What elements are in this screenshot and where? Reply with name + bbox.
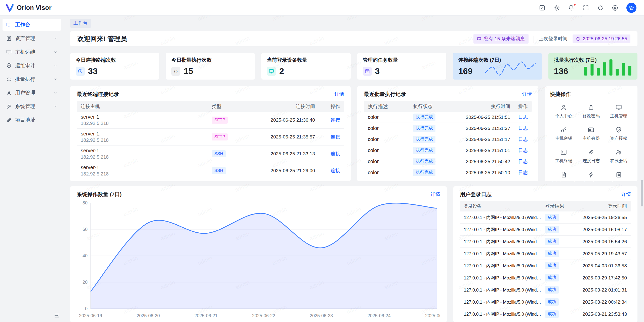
sidebar-item-system-management[interactable]: 系统管理 bbox=[3, 100, 61, 112]
batch-trend-bars bbox=[583, 57, 633, 77]
connect-link[interactable]: 连接 bbox=[331, 151, 340, 156]
login-result-tag: 成功 bbox=[545, 250, 559, 257]
login-log-row: 127.0.0.1 - 内网IP - Mozilla/5.0 (Windows … bbox=[460, 308, 631, 320]
execution-time: 2025-06-25 21:51:37 bbox=[451, 126, 510, 131]
quick-action-host-identity[interactable]: 主机身份 bbox=[577, 123, 605, 145]
svg-text:2025-06-24: 2025-06-24 bbox=[368, 313, 391, 318]
last-login-label: 上次登录时间 bbox=[539, 35, 568, 42]
bolt-icon bbox=[588, 171, 594, 178]
logo-icon bbox=[6, 4, 14, 12]
quick-action-command-execution[interactable]: 命令执行 bbox=[577, 167, 605, 181]
stat-value: 3 bbox=[375, 66, 380, 76]
system-ops-detail-link[interactable]: 详情 bbox=[431, 191, 440, 198]
log-link[interactable]: 日志 bbox=[518, 115, 528, 120]
monitor-icon bbox=[6, 22, 12, 28]
watermark-text: admin bbox=[64, 157, 64, 169]
notifications-bell-icon[interactable] bbox=[568, 5, 575, 11]
execution-status-tag: 执行完成 bbox=[413, 147, 435, 154]
quick-action-label: 个人中心 bbox=[555, 113, 572, 119]
last-login-time-text: 2025-06-25 19:26:55 bbox=[583, 36, 627, 42]
execution-time: 2025-06-25 21:50:42 bbox=[451, 159, 510, 164]
sidebar: 工作台资产管理主机运维运维审计批量执行用户管理系统管理项目地址 bbox=[0, 16, 64, 322]
connect-link[interactable]: 连接 bbox=[331, 168, 340, 173]
quick-action-host-terminal[interactable]: 主机终端 bbox=[550, 145, 577, 167]
divider bbox=[534, 36, 534, 42]
stat-card-managed-tasks: 管理的任务数量3 bbox=[357, 53, 446, 80]
login-log-row: 127.0.0.1 - 内网IP - Mozilla/5.0 (Windows … bbox=[460, 296, 631, 308]
sidebar-collapse-button[interactable] bbox=[54, 313, 60, 318]
connect-link[interactable]: 连接 bbox=[331, 117, 340, 123]
column-header: 登录设备 bbox=[464, 203, 545, 209]
file-icon bbox=[560, 171, 567, 178]
log-link[interactable]: 日志 bbox=[518, 137, 528, 142]
quick-action-label: 主机身份 bbox=[583, 135, 600, 141]
theme-brightness-icon[interactable] bbox=[553, 5, 560, 11]
connect-time: 2025-06-25 21:35:57 bbox=[245, 134, 315, 140]
sidebar-item-workbench[interactable]: 工作台 bbox=[3, 19, 61, 31]
user-avatar[interactable]: 管 bbox=[626, 3, 636, 13]
sidebar-item-host-operations[interactable]: 主机运维 bbox=[3, 46, 61, 58]
quick-action-host-keys[interactable]: 主机密钥 bbox=[550, 123, 577, 145]
stat-label: 今日批量执行次数 bbox=[171, 57, 249, 63]
quick-action-label: 主机管理 bbox=[610, 113, 627, 119]
settings-gear-icon[interactable] bbox=[612, 5, 618, 11]
login-time: 2025-06-25 19:26:55 bbox=[573, 215, 627, 220]
shield-icon bbox=[6, 63, 12, 68]
stat-label: 管理的任务数量 bbox=[363, 57, 441, 63]
batch-table-body: color执行完成2025-06-25 21:51:51日志color执行完成2… bbox=[364, 112, 532, 178]
terminal-records-card: 最近终端连接记录 详情 连接主机类型连接时间操作 server-1182.92.… bbox=[70, 86, 351, 181]
logo[interactable]: Orion Visor bbox=[6, 4, 52, 12]
stat-card-batch-executions-7d: 批量执行次数 (7日)136 bbox=[548, 53, 637, 80]
welcome-meta: 您有 15 条未读消息 上次登录时间 2025-06-25 19:26:55 bbox=[473, 34, 630, 44]
svg-text:{ }: { } bbox=[174, 69, 178, 73]
quick-action-label: 连接日志 bbox=[583, 158, 600, 164]
quick-action-connection-logs[interactable]: 连接日志 bbox=[577, 145, 605, 167]
monitor-icon bbox=[615, 104, 622, 111]
sidebar-item-user-management[interactable]: 用户管理 bbox=[3, 87, 61, 99]
quick-action-label: 主机密钥 bbox=[555, 135, 572, 141]
quick-action-profile[interactable]: 个人中心 bbox=[550, 100, 577, 123]
stat-value: 169 bbox=[458, 66, 473, 76]
watermark-text: admin bbox=[64, 304, 64, 315]
login-logs-detail-link[interactable]: 详情 bbox=[621, 191, 631, 198]
quick-action-label: 修改密码 bbox=[583, 113, 600, 119]
quick-action-asset-authorization[interactable]: 资产授权 bbox=[605, 123, 632, 145]
quick-action-file-operation-logs[interactable]: 文件操作日志 bbox=[550, 167, 577, 181]
batch-records-detail-link[interactable]: 详情 bbox=[522, 91, 532, 97]
quick-action-change-password[interactable]: 修改密码 bbox=[577, 100, 605, 123]
quick-action-execution-logs[interactable]: 执行日志 bbox=[605, 167, 632, 181]
log-link[interactable]: 日志 bbox=[518, 126, 528, 131]
execution-status-tag: 执行完成 bbox=[413, 169, 435, 176]
sidebar-item-project-link[interactable]: 项目地址 bbox=[3, 114, 61, 126]
svg-text:40: 40 bbox=[83, 253, 88, 258]
link-icon bbox=[588, 149, 594, 156]
terminal-records-detail-link[interactable]: 详情 bbox=[335, 91, 344, 97]
svg-text:20: 20 bbox=[83, 280, 88, 285]
breadcrumb-item-workbench[interactable]: 工作台 bbox=[70, 19, 91, 28]
batch-record-row: color执行完成2025-06-25 21:51:17日志 bbox=[364, 134, 532, 145]
svg-text:2025-06-22: 2025-06-22 bbox=[252, 313, 275, 318]
todo-check-icon[interactable] bbox=[539, 5, 545, 11]
sidebar-item-batch-execution[interactable]: 批量执行 bbox=[3, 73, 61, 85]
quick-action-online-sessions[interactable]: 在线会话 bbox=[605, 145, 632, 167]
sidebar-item-asset-management[interactable]: 资产管理 bbox=[3, 32, 61, 44]
fullscreen-icon[interactable] bbox=[583, 5, 589, 11]
refresh-icon[interactable] bbox=[597, 5, 604, 11]
quick-action-host-management[interactable]: 主机管理 bbox=[605, 100, 632, 123]
login-result-tag: 成功 bbox=[545, 226, 559, 233]
stat-value-row: 3 bbox=[363, 66, 441, 76]
login-result-tag: 成功 bbox=[545, 310, 559, 317]
log-link[interactable]: 日志 bbox=[518, 148, 528, 153]
host-ip: 182.92.5.218 bbox=[81, 171, 212, 177]
scrollbar-thumb[interactable] bbox=[641, 180, 643, 206]
unread-messages-tag[interactable]: 您有 15 条未读消息 bbox=[473, 34, 529, 44]
sidebar-item-ops-audit[interactable]: 运维审计 bbox=[3, 59, 61, 71]
connect-link[interactable]: 连接 bbox=[331, 134, 340, 139]
execution-description: color bbox=[368, 136, 413, 142]
column-header: 连接时间 bbox=[245, 103, 315, 110]
host-name: server-1 bbox=[81, 148, 212, 154]
log-link[interactable]: 日志 bbox=[518, 159, 528, 164]
stat-value-row: 2 bbox=[267, 66, 345, 76]
log-link[interactable]: 日志 bbox=[518, 170, 528, 175]
terminal-icon bbox=[560, 149, 567, 156]
